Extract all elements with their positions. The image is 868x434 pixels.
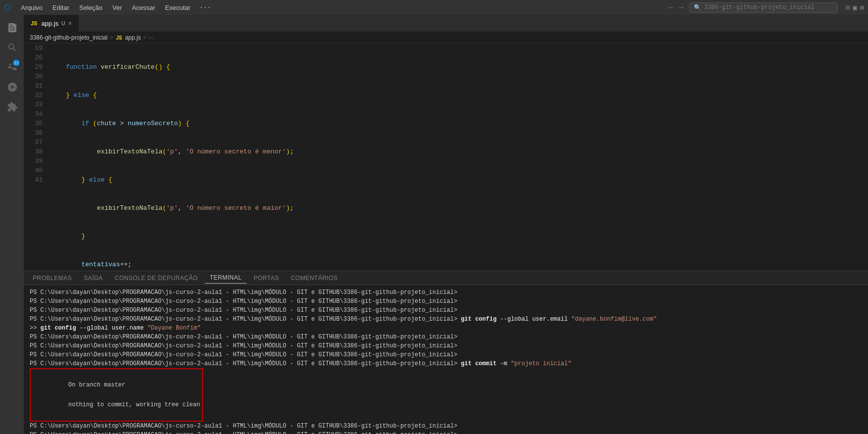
line-num-40: 40 [24,166,43,175]
terminal-line-5: >> git config --global user.name "Dayane… [30,324,862,333]
terminal-line-9: PS C:\Users\dayan\Desktop\PROGRAMACAO\js… [30,359,862,368]
terminal-line-8: PS C:\Users\dayan\Desktop\PROGRAMACAO\js… [30,350,862,359]
line-num-31: 31 [24,81,43,91]
code-editor: 19 20 29 30 31 32 33 34 35 36 37 38 39 4… [24,44,868,271]
tab-terminal[interactable]: TERMINAL [205,272,247,284]
code-line-32: exibirTextoNaTela('p', 'O número secreto… [50,203,868,213]
terminal-line-3: PS C:\Users\dayan\Desktop\PROGRAMACAO\js… [30,306,862,315]
layout-split-icon[interactable]: ⊟ [846,3,850,12]
panel: PROBLEMAS SAÍDA CONSOLE DE DEPURAÇÃO TER… [24,271,868,434]
line-numbers: 19 20 29 30 31 32 33 34 35 36 37 38 39 4… [24,44,48,271]
tab-saida[interactable]: SAÍDA [79,273,108,284]
terminal-content[interactable]: PS C:\Users\dayan\Desktop\PROGRAMACAO\js… [24,285,868,434]
panel-tabs: PROBLEMAS SAÍDA CONSOLE DE DEPURAÇÃO TER… [24,271,868,285]
menu-selecao[interactable]: Seleção [75,3,106,12]
nav-back[interactable]: ← [667,2,675,12]
layout-sidebar-icon[interactable]: ▣ [853,3,857,12]
terminal-line-1: PS C:\Users\dayan\Desktop\PROGRAMACAO\js… [30,288,862,297]
terminal-line-10: PS C:\Users\dayan\Desktop\PROGRAMACAO\js… [30,422,862,431]
tab-console[interactable]: CONSOLE DE DEPURAÇÃO [110,273,203,284]
code-line-34: tentativas++; [50,260,868,269]
tab-close-button[interactable]: × [68,19,72,27]
breadcrumb-file: app.js [125,34,141,41]
activity-extensions[interactable] [3,98,21,116]
activity-source-control[interactable]: 22 [3,58,21,76]
terminal-line-2: PS C:\Users\dayan\Desktop\PROGRAMACAO\js… [30,297,862,306]
menu-more[interactable]: ··· [196,3,214,12]
terminal-line-4: PS C:\Users\dayan\Desktop\PROGRAMACAO\js… [30,315,862,324]
code-line-33: } [50,232,868,241]
tab-comentarios[interactable]: COMENTÁRIOS [286,273,343,284]
layout-expand-icon[interactable]: ⊞ [860,3,864,12]
nav-arrows: ← → [667,2,685,12]
line-num-30: 30 [24,72,43,81]
tab-label: app.js [41,20,58,27]
tab-modified-indicator: U [61,21,65,26]
search-input[interactable] [704,4,833,11]
line-num-20: 20 [24,53,43,62]
code-content: function verificarChute() { } else { if … [48,44,868,271]
breadcrumb-more: ··· [148,34,153,41]
terminal-line-11: PS C:\Users\dayan\Desktop\PROGRAMACAO\js… [30,431,862,434]
vscode-icon: ⬡ [4,2,11,12]
search-icon: 🔍 [694,4,701,11]
activity-search[interactable] [3,39,21,56]
breadcrumb-js-icon: JS [115,35,123,41]
breadcrumb-sep1: > [109,34,113,41]
code-line-31: } else { [50,175,868,185]
search-bar[interactable]: 🔍 [689,2,838,13]
activity-run[interactable] [3,78,21,96]
tab-portas[interactable]: PORTAS [248,273,284,284]
breadcrumb-sep2: > [143,34,146,41]
line-num-41: 41 [24,175,43,185]
line-num-38: 38 [24,147,43,156]
code-line-20: } else { [50,91,868,100]
menu-bar: ⬡ Arquivo Editar Seleção Ver Acessar Exe… [0,0,868,15]
tab-problems[interactable]: PROBLEMAS [28,273,77,284]
terminal-line-highlighted: On branch master nothing to commit, work… [30,368,203,422]
activity-explorer[interactable] [3,19,21,37]
nav-area: ← → 🔍 ⊟ ▣ ⊞ [667,2,864,13]
terminal-line-7: PS C:\Users\dayan\Desktop\PROGRAMACAO\js… [30,341,862,350]
nav-forward[interactable]: → [677,2,685,12]
line-num-32: 32 [24,91,43,100]
menu-editar[interactable]: Editar [48,3,73,12]
line-num-34: 34 [24,109,43,119]
code-line-19: function verificarChute() { [50,62,868,72]
tab-bar: JS app.js U × [24,15,868,32]
menu-acessar[interactable]: Acessar [128,3,159,12]
code-line-30: exibirTextoNaTela('p', 'O número secreto… [50,147,868,156]
line-num-29: 29 [24,62,43,72]
tab-js-icon: JS [30,20,38,27]
line-num-37: 37 [24,138,43,147]
menu-executar[interactable]: Executar [161,3,194,12]
line-num-19: 19 [24,44,43,53]
editor-area: JS app.js U × 3386-git-github-projeto_in… [24,15,868,434]
line-num-39: 39 [24,156,43,166]
code-line-29: if (chute > numeroSecreto) { [50,119,868,128]
layout-icons: ⊟ ▣ ⊞ [846,3,864,12]
main-layout: 22 JS app.js U × 3386-git-github-projeto… [0,15,868,434]
tab-app-js[interactable]: JS app.js U × [24,15,79,32]
terminal-line-6: PS C:\Users\dayan\Desktop\PROGRAMACAO\js… [30,333,862,341]
breadcrumb: 3386-git-github-projeto_inicial > JS app… [24,32,868,44]
line-num-35: 35 [24,119,43,128]
line-num-36: 36 [24,128,43,138]
line-num-33: 33 [24,100,43,109]
menu-ver[interactable]: Ver [108,3,126,12]
breadcrumb-project: 3386-git-github-projeto_inicial [30,34,107,41]
menu-arquivo[interactable]: Arquivo [17,3,47,12]
activity-bar: 22 [0,15,24,434]
